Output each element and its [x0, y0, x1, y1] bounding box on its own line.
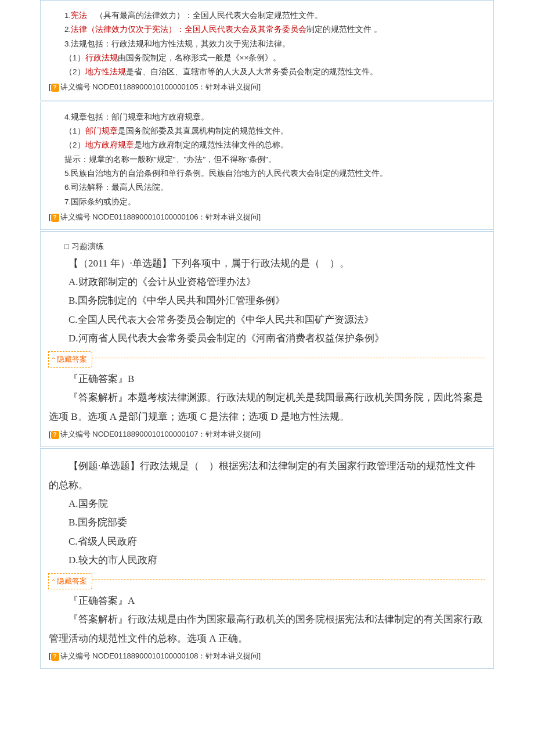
drill-label: □ 习题演练 — [49, 240, 485, 254]
text-line: （2）地方政府规章是地方政府制定的规范性法律文件的总称。 — [49, 138, 485, 152]
option-a: A.财政部制定的《会计从业资格管理办法》 — [49, 273, 485, 291]
section-question-2: 【例题·单选题】行政法规是（ ）根据宪法和法律制定的有关国家行政管理活动的规范性… — [40, 448, 494, 669]
section-laws-1: 1.宪法 （具有最高的法律效力）：全国人民代表大会制定规范性文件。 2.法律（法… — [40, 0, 494, 100]
correct-answer: 『正确答案』B — [49, 370, 485, 388]
text-line: 7.国际条约或协定。 — [49, 195, 485, 209]
text-line: 2.法律（法律效力仅次于宪法）：全国人民代表大会及其常务委员会制定的规范性文件 … — [49, 23, 485, 37]
hide-answer-toggle[interactable]: ⌃隐藏答案 — [49, 573, 485, 586]
lecture-note: [?讲义编号 NODE01188900010100000105：针对本讲义提问] — [49, 79, 485, 95]
note-icon: ? — [51, 653, 59, 661]
lecture-note: [?讲义编号 NODE01188900010100000107：针对本讲义提问] — [49, 426, 485, 442]
answer-explanation: 『答案解析』行政法规是由作为国家最高行政机关的国务院根据宪法和法律制定的有关国家… — [49, 610, 485, 648]
note-icon: ? — [51, 431, 59, 439]
note-icon: ? — [51, 214, 59, 222]
hide-answer-toggle[interactable]: ⌃隐藏答案 — [49, 351, 485, 364]
section-question-1: □ 习题演练 【（2011 年）·单选题】下列各项中，属于行政法规的是（ ）。 … — [40, 231, 494, 447]
hide-answer-label: 隐藏答案 — [57, 355, 87, 363]
question-stem: 【（2011 年）·单选题】下列各项中，属于行政法规的是（ ）。 — [49, 254, 485, 273]
correct-answer: 『正确答案』A — [49, 592, 485, 610]
option-d: D.河南省人民代表大会常务委员会制定的《河南省消费者权益保护条例》 — [49, 329, 485, 348]
chevron-up-icon: ⌃ — [51, 578, 56, 585]
text-line: （1）部门规章是国务院部委及其直属机构制定的规范性文件。 — [49, 124, 485, 138]
divider — [49, 579, 485, 580]
answer-explanation: 『答案解析』本题考核法律渊源。行政法规的制定机关是我国最高行政机关国务院，因此答… — [49, 388, 485, 426]
text-line: 5.民族自治地方的自治条例和单行条例。民族自治地方的人民代表大会制定的规范性文件… — [49, 167, 485, 181]
text-line: （2）地方性法规是省、自治区、直辖市等的人大及人大常务委员会制定的规范性文件。 — [49, 65, 485, 79]
text-line: 6.司法解释：最高人民法院。 — [49, 181, 485, 195]
document-page: 1.宪法 （具有最高的法律效力）：全国人民代表大会制定规范性文件。 2.法律（法… — [40, 0, 494, 669]
text-line: 3.法规包括：行政法规和地方性法规，其效力次于宪法和法律。 — [49, 37, 485, 51]
option-b: B.国务院制定的《中华人民共和国外汇管理条例》 — [49, 291, 485, 310]
question-stem: 【例题·单选题】行政法规是（ ）根据宪法和法律制定的有关国家行政管理活动的规范性… — [49, 457, 485, 495]
option-a: A.国务院 — [49, 495, 485, 513]
option-c: C.省级人民政府 — [49, 532, 485, 551]
chevron-up-icon: ⌃ — [51, 357, 56, 363]
option-d: D.较大的市人民政府 — [49, 551, 485, 570]
text-line: 提示：规章的名称一般称"规定"、"办法"，但不得称"条例"。 — [49, 153, 485, 167]
text-line: 1.宪法 （具有最高的法律效力）：全国人民代表大会制定规范性文件。 — [49, 9, 485, 23]
divider — [49, 358, 485, 358]
option-c: C.全国人民代表大会常务委员会制定的《中华人民共和国矿产资源法》 — [49, 311, 485, 329]
hide-answer-label: 隐藏答案 — [57, 577, 87, 585]
text-line: （1）行政法规由国务院制定，名称形式一般是《××条例》。 — [49, 51, 485, 65]
option-b: B.国务院部委 — [49, 513, 485, 532]
text-line: 4.规章包括：部门规章和地方政府规章。 — [49, 110, 485, 124]
lecture-note: [?讲义编号 NODE01188900010100000106：针对本讲义提问] — [49, 209, 485, 225]
lecture-note: [?讲义编号 NODE01188900010100000108：针对本讲义提问] — [49, 648, 485, 664]
note-icon: ? — [51, 84, 59, 92]
section-laws-2: 4.规章包括：部门规章和地方政府规章。 （1）部门规章是国务院部委及其直属机构制… — [40, 102, 494, 230]
